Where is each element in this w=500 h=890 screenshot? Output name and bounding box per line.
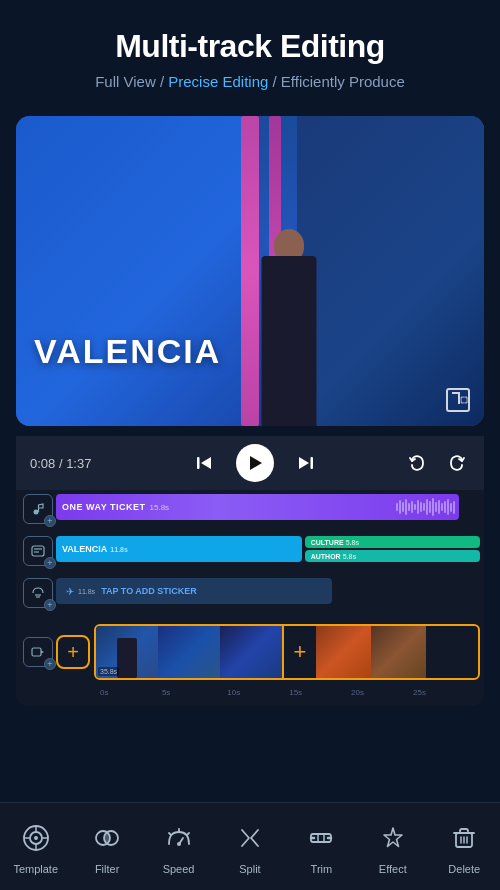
ruler-20s: 20s	[351, 688, 364, 697]
text-right-clips: CULTURE 5.8s AUTHOR 5.8s	[305, 536, 480, 562]
sticker-track-content: ✈ 11.8s TAP TO ADD STICKER	[56, 578, 480, 608]
video-clip-3[interactable]	[220, 626, 282, 678]
video-clip-1[interactable]: 35.8s	[96, 626, 158, 678]
culture-clip[interactable]: CULTURE 5.8s	[305, 536, 480, 548]
ruler-25s: 25s	[413, 688, 426, 697]
waveform-bar	[450, 503, 452, 512]
split-icon	[230, 818, 270, 858]
controls-right	[404, 449, 470, 477]
toolbar-speed[interactable]: Speed	[149, 818, 209, 875]
tap-add-label: TAP TO ADD STICKER	[101, 586, 197, 596]
svg-line-22	[169, 833, 171, 835]
waveform-bar	[429, 501, 431, 513]
subtitle-part1: Full View /	[95, 73, 168, 90]
play-icon	[250, 456, 262, 470]
toolbar-delete[interactable]: Delete	[434, 818, 494, 875]
audio-track-row: + ONE WAY TICKET 15.8s	[16, 490, 484, 528]
trim-icon	[301, 818, 341, 858]
ruler-5s: 5s	[162, 688, 170, 697]
wall-left	[16, 116, 241, 426]
template-label: Template	[13, 863, 58, 875]
waveform-bar	[414, 504, 416, 510]
waveform-bar	[417, 500, 419, 514]
video-clip-5[interactable]	[371, 626, 426, 678]
svg-marker-11	[41, 651, 44, 654]
svg-marker-31	[384, 828, 402, 847]
sticker-track-icon[interactable]: +	[20, 575, 56, 611]
airplane-icon: ✈	[66, 586, 74, 597]
figure	[244, 226, 334, 426]
video-add-icon: +	[44, 658, 56, 670]
culture-label: CULTURE	[311, 539, 344, 546]
split-label: Split	[239, 863, 260, 875]
waveform-bar	[423, 503, 425, 511]
video-background: VALENCIA	[16, 116, 484, 426]
valencia-clip[interactable]: VALENCIA 11.8s	[56, 536, 302, 562]
toolbar-effect[interactable]: Effect	[363, 818, 423, 875]
sticker-add-icon: +	[44, 599, 56, 611]
delete-label: Delete	[448, 863, 480, 875]
play-button[interactable]	[236, 444, 274, 482]
svg-point-14	[34, 836, 38, 840]
waveform-bar	[402, 502, 404, 512]
subtitle-highlight: Precise Editing	[168, 73, 268, 90]
sticker-duration: 11.8s	[78, 588, 95, 595]
text-track-icon[interactable]: +	[20, 533, 56, 569]
video-track-icon[interactable]: +	[20, 634, 56, 670]
toolbar-filter[interactable]: Filter	[77, 818, 137, 875]
figure-body	[262, 256, 317, 426]
video-preview: VALENCIA	[16, 116, 484, 426]
fullscreen-icon[interactable]	[446, 388, 470, 412]
author-duration: 5.8s	[343, 553, 357, 560]
undo-button[interactable]	[404, 449, 432, 477]
toolbar-template[interactable]: Template	[6, 818, 66, 875]
speed-icon	[159, 818, 199, 858]
waveform-bar	[453, 501, 455, 514]
author-clip[interactable]: AUTHOR 5.8s	[305, 550, 480, 562]
add-clip-button[interactable]: +	[56, 635, 90, 669]
clip-1-duration: 35.8s	[98, 667, 119, 676]
effect-icon	[373, 818, 413, 858]
text-track-row: + VALENCIA 11.8s CULTURE 5.8s AUTHOR 5.8…	[16, 532, 484, 570]
svg-rect-5	[32, 546, 44, 556]
video-clips-area: + 35.8s +	[56, 624, 480, 680]
text-track-content: VALENCIA 11.8s CULTURE 5.8s AUTHOR 5.8s	[56, 536, 480, 566]
author-label: AUTHOR	[311, 553, 341, 560]
toolbar-trim[interactable]: Trim	[291, 818, 351, 875]
waveform-bar	[411, 501, 413, 513]
audio-waveform	[396, 497, 455, 517]
video-clip-4[interactable]	[316, 626, 371, 678]
waveform-bar	[447, 499, 449, 515]
valencia-duration: 11.8s	[110, 546, 128, 553]
ruler-marks: 0s 5s 10s 15s 20s 25s	[100, 688, 444, 706]
waveform-bar	[396, 503, 398, 511]
audio-track-icon[interactable]: +	[20, 491, 56, 527]
svg-marker-1	[201, 457, 211, 469]
text-clips-container: VALENCIA 11.8s CULTURE 5.8s AUTHOR 5.8s	[56, 536, 480, 562]
audio-clip[interactable]: ONE WAY TICKET 15.8s	[56, 494, 459, 520]
redo-button[interactable]	[442, 449, 470, 477]
waveform-bar	[438, 500, 440, 514]
video-clip-2[interactable]	[158, 626, 220, 678]
playback-bar: 0:08 / 1:37	[16, 436, 484, 490]
tracks-area: + ONE WAY TICKET 15.8s	[16, 490, 484, 706]
waveform-bar	[405, 499, 407, 515]
svg-point-4	[34, 510, 39, 515]
waveform-bar	[444, 501, 446, 513]
time-display: 0:08 / 1:37	[30, 456, 105, 471]
skip-back-button[interactable]	[190, 449, 218, 477]
delete-icon	[444, 818, 484, 858]
page-title: Multi-track Editing	[20, 28, 480, 65]
controls-center	[105, 444, 404, 482]
waveform-bar	[441, 503, 443, 511]
waveform-bar	[408, 503, 410, 511]
sticker-clip[interactable]: ✈ 11.8s TAP TO ADD STICKER	[56, 578, 332, 604]
audio-icon-inner: +	[23, 494, 53, 524]
clip-add-between-button[interactable]: +	[282, 626, 316, 678]
waveform-bar	[432, 498, 434, 516]
video-clips-track: 35.8s +	[94, 624, 480, 680]
skip-forward-button[interactable]	[292, 449, 320, 477]
page-subtitle: Full View / Precise Editing / Efficientl…	[20, 73, 480, 90]
text-add-icon: +	[44, 557, 56, 569]
toolbar-split[interactable]: Split	[220, 818, 280, 875]
